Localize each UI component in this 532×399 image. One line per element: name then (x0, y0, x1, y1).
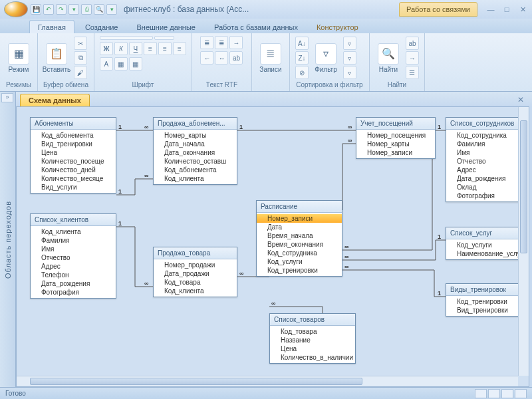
table-field[interactable]: Код_абонемента (154, 166, 237, 174)
nav-toggle[interactable]: » (1, 93, 13, 102)
table-field[interactable]: Дата_окончания (154, 148, 237, 157)
table-services[interactable]: Список_услуг Код_услугиНаименование_услу (446, 227, 522, 260)
tab-external[interactable]: Внешние данные (129, 21, 203, 33)
italic-icon[interactable]: К (114, 42, 128, 55)
copy-icon[interactable]: ⧉ (74, 51, 87, 65)
table-field[interactable]: Цена (270, 344, 355, 353)
view-btn[interactable] (475, 389, 487, 398)
align-right-icon[interactable]: ≡ (173, 42, 186, 55)
tab-create[interactable]: Создание (77, 21, 126, 33)
sort-asc-icon[interactable]: A↓ (295, 37, 309, 50)
font-size[interactable] (154, 36, 174, 40)
view-btn[interactable] (488, 389, 500, 398)
advfilter-icon[interactable]: ▿ (343, 51, 356, 65)
table-field[interactable]: Код_тренировки (257, 266, 342, 275)
tab-design[interactable]: Конструктор (309, 21, 366, 33)
table-goods-list[interactable]: Список_товаров Код_товараНазваниеЦенаКол… (269, 313, 356, 364)
table-field[interactable]: Вид_тренировки (446, 306, 521, 315)
table-field[interactable]: Количество_посеще (31, 157, 116, 166)
clear-sort-icon[interactable]: ⊘ (295, 66, 309, 79)
table-field[interactable]: Время_начала (257, 231, 342, 240)
font-color-icon[interactable]: A (100, 57, 113, 70)
table-field[interactable]: Фотография (31, 288, 116, 297)
table-field[interactable]: Код_услуги (446, 241, 521, 249)
table-clients[interactable]: Список_клиентов Код_клиентаФамилияИмяОтч… (30, 213, 116, 299)
bold-icon[interactable]: Ж (100, 42, 113, 55)
grid-icon[interactable]: ▦ (129, 57, 142, 70)
table-field[interactable]: Дата_начала (154, 140, 237, 148)
table-field[interactable]: Количество_месяце (31, 174, 116, 183)
toggle-filter-icon[interactable]: ▿ (343, 66, 356, 79)
replace-icon[interactable]: ab (406, 37, 419, 50)
table-field[interactable]: Отчество (31, 253, 116, 262)
view-btn[interactable] (501, 389, 513, 398)
mode-button[interactable]: ▦Режим (5, 43, 32, 73)
table-field[interactable]: Цена (31, 148, 116, 157)
nav-pane[interactable]: Область переходов (0, 92, 16, 387)
table-field[interactable]: Фотография (446, 192, 521, 200)
table-field[interactable]: Фамилия (446, 140, 521, 148)
table-field[interactable]: Код_клиента (154, 174, 237, 183)
table-field[interactable]: Количество_оставш (154, 157, 237, 166)
align-left-icon[interactable]: ≡ (144, 42, 157, 55)
close-button[interactable]: ✕ (517, 5, 528, 13)
table-field[interactable]: Вид_тренировки (31, 140, 116, 148)
scrollbar-horizontal[interactable] (17, 376, 518, 386)
context-tab[interactable]: Работа со связями (399, 2, 477, 17)
table-field[interactable]: Номер_посещения (356, 131, 435, 140)
qat-more-icon[interactable]: ▾ (106, 4, 117, 15)
undo-icon[interactable]: ↶ (43, 4, 54, 15)
view-btn[interactable] (515, 389, 527, 398)
table-field[interactable]: Код_сотрудника (446, 131, 521, 140)
table-field[interactable]: Адрес (31, 262, 116, 271)
records-button[interactable]: ≣Записи (257, 43, 284, 73)
select-icon[interactable]: ☰ (406, 66, 419, 79)
table-field[interactable]: Код_услуги (257, 257, 342, 266)
qat-icon[interactable]: ⎙ (81, 4, 92, 15)
list-icon[interactable]: ≣ (200, 36, 213, 49)
table-field[interactable]: Оклад (446, 183, 521, 192)
table-field[interactable]: Код_товара (270, 327, 355, 336)
table-field[interactable]: Имя (31, 245, 116, 253)
office-button[interactable] (4, 1, 28, 17)
tab-home[interactable]: Главная (29, 20, 74, 33)
table-field[interactable]: Код_клиента (31, 227, 116, 236)
table-field[interactable]: Время_окончания (257, 240, 342, 249)
indent-icon[interactable]: → (229, 36, 243, 49)
goto-icon[interactable]: → (406, 51, 419, 65)
table-field[interactable]: Дата_продажи (154, 269, 237, 278)
table-field[interactable]: Адрес (446, 166, 521, 174)
table-field[interactable]: Вид_услуги (31, 183, 116, 192)
format-painter-icon[interactable]: 🖌 (74, 66, 87, 79)
qat-icon[interactable]: ▾ (68, 4, 79, 15)
table-field[interactable]: Номер_записи (356, 148, 435, 157)
table-field[interactable]: Номер_карты (356, 140, 435, 148)
doc-close-button[interactable]: ✕ (513, 93, 528, 106)
save-icon[interactable]: 💾 (31, 4, 41, 15)
table-field[interactable]: Код_товара (154, 278, 237, 287)
table-schedule[interactable]: Расписание Номер_записиДатаВремя_началаВ… (256, 200, 342, 277)
find-button[interactable]: 🔍Найти (375, 43, 402, 73)
redo-icon[interactable]: ↷ (56, 4, 66, 15)
numlist-icon[interactable]: ≣ (215, 36, 228, 49)
table-field[interactable]: Дата_рождения (446, 174, 521, 183)
minimize-button[interactable]: — (485, 5, 496, 13)
cut-icon[interactable]: ✂ (74, 37, 87, 50)
table-field[interactable]: Код_клиента (154, 287, 237, 295)
table-field[interactable]: Отчество (446, 157, 521, 166)
table-field[interactable]: Имя (446, 148, 521, 157)
table-field[interactable]: Номер_карты (154, 131, 237, 140)
table-field[interactable]: Код_сотрудника (257, 249, 342, 257)
table-field[interactable]: Название (270, 336, 355, 344)
table-abonements[interactable]: Абонементы Код_абонементаВид_тренировкиЦ… (30, 117, 116, 194)
table-field[interactable]: Телефон (31, 271, 116, 279)
align-center-icon[interactable]: ≡ (158, 42, 172, 55)
table-workouts[interactable]: Виды_тренировок Код_тренировкиВид_тренир… (446, 283, 522, 317)
table-field[interactable]: Количество_дней (31, 166, 116, 174)
hyperlink-icon[interactable]: ↔ (215, 51, 228, 65)
maximize-button[interactable]: □ (501, 5, 512, 13)
table-field[interactable]: Номер_продажи (154, 261, 237, 269)
table-field[interactable]: Дата_рождения (31, 279, 116, 288)
table-staff[interactable]: Список_сотрудников Код_сотрудникаФамилия… (446, 117, 522, 202)
table-field[interactable]: Код_абонемента (31, 131, 116, 140)
